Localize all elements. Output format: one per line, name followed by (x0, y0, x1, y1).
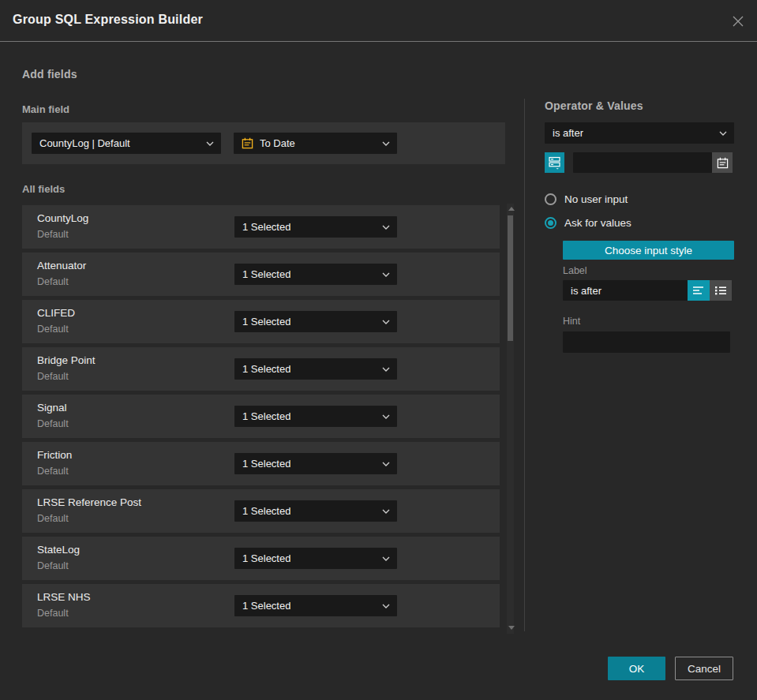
field-selection-value: 1 Selected (242, 552, 290, 564)
field-subtitle: Default (37, 513, 69, 524)
field-selection-select[interactable]: 1 Selected (234, 453, 397, 474)
scroll-up-icon[interactable] (508, 207, 515, 211)
list-icon (714, 285, 727, 296)
field-name: LRSE Reference Post (37, 496, 141, 508)
add-fields-heading: Add fields (22, 68, 77, 80)
operator-select[interactable]: is after (545, 122, 734, 144)
label-input[interactable]: is after (563, 280, 688, 301)
field-selection-select[interactable]: 1 Selected (234, 548, 397, 569)
chevron-down-icon (382, 414, 390, 419)
cancel-button[interactable]: Cancel (675, 657, 733, 680)
chevron-down-icon (382, 556, 390, 561)
field-subtitle: Default (37, 466, 69, 477)
radio-no-user-input[interactable]: No user input (545, 193, 628, 205)
field-subtitle: Default (37, 371, 69, 382)
main-field-select[interactable]: CountyLog | Default (32, 133, 221, 154)
field-selection-value: 1 Selected (242, 363, 290, 375)
main-field-select-value: CountyLog | Default (39, 137, 130, 149)
calendar-icon (242, 137, 253, 149)
field-name: CLIFED (37, 307, 75, 319)
scrollbar-thumb[interactable] (508, 215, 513, 341)
field-selection-select[interactable]: 1 Selected (234, 311, 397, 332)
field-subtitle: Default (37, 418, 69, 429)
field-row-signal: Signal Default 1 Selected (22, 395, 500, 438)
main-field-panel: CountyLog | Default To Date (22, 122, 505, 164)
close-button[interactable] (730, 13, 746, 29)
field-selection-select[interactable]: 1 Selected (234, 264, 397, 285)
field-subtitle: Default (37, 324, 69, 335)
field-stack-icon (548, 155, 561, 170)
field-name: Friction (37, 449, 72, 461)
scroll-down-icon[interactable] (508, 626, 515, 630)
all-fields-list: CountyLog Default 1 Selected Attenuator … (22, 205, 500, 631)
all-fields-label: All fields (22, 183, 65, 195)
date-value-input[interactable] (573, 152, 712, 173)
field-selection-value: 1 Selected (242, 268, 290, 280)
field-selection-select[interactable]: 1 Selected (234, 595, 397, 616)
calendar-icon (717, 157, 729, 169)
field-selection-select[interactable]: 1 Selected (234, 500, 397, 522)
chevron-down-icon (382, 462, 390, 466)
date-type-select-value: To Date (260, 137, 295, 149)
dialog-header: Group SQL Expression Builder (0, 0, 757, 42)
field-subtitle: Default (37, 560, 69, 571)
radio-ask-for-values-label: Ask for values (564, 217, 631, 229)
label-caption: Label (563, 265, 587, 276)
field-subtitle: Default (37, 229, 69, 240)
field-row-bridge-point: Bridge Point Default 1 Selected (22, 347, 500, 391)
operator-select-value: is after (553, 127, 583, 139)
value-source-button[interactable] (545, 152, 564, 173)
field-row-clifed: CLIFED Default 1 Selected (22, 300, 500, 343)
field-name: Bridge Point (37, 354, 96, 366)
radio-off-icon (545, 193, 557, 205)
chevron-down-icon (382, 141, 390, 146)
field-row-countylog: CountyLog Default 1 Selected (22, 205, 500, 249)
field-selection-value: 1 Selected (242, 458, 290, 470)
chevron-down-icon (206, 141, 214, 146)
radio-no-user-input-label: No user input (564, 193, 628, 205)
field-name: Signal (37, 402, 67, 414)
radio-on-icon (545, 217, 557, 229)
field-selection-select[interactable]: 1 Selected (234, 406, 397, 427)
date-type-select[interactable]: To Date (234, 133, 397, 154)
chevron-down-icon (382, 367, 390, 372)
panel-divider (524, 99, 525, 631)
radio-ask-for-values[interactable]: Ask for values (545, 217, 631, 229)
chevron-down-icon (382, 604, 390, 608)
align-left-icon (692, 285, 705, 296)
close-icon (732, 15, 744, 28)
dialog-title: Group SQL Expression Builder (13, 13, 203, 27)
hint-caption: Hint (563, 316, 580, 327)
chevron-down-icon (382, 320, 390, 324)
field-row-attenuator: Attenuator Default 1 Selected (22, 253, 500, 296)
field-row-lrse-nhs: LRSE NHS Default 1 Selected (22, 584, 500, 627)
field-selection-value: 1 Selected (242, 410, 290, 422)
field-name: StateLog (37, 544, 80, 556)
field-selection-select[interactable]: 1 Selected (234, 358, 397, 380)
operator-values-heading: Operator & Values (545, 99, 643, 112)
chevron-down-icon (719, 131, 727, 136)
field-subtitle: Default (37, 608, 69, 619)
chevron-down-icon (382, 272, 390, 277)
field-name: LRSE NHS (37, 591, 91, 603)
field-selection-value: 1 Selected (242, 221, 290, 233)
field-row-friction: Friction Default 1 Selected (22, 442, 500, 485)
field-row-lrse-reference-post: LRSE Reference Post Default 1 Selected (22, 489, 500, 533)
field-subtitle: Default (37, 276, 69, 287)
choose-input-style-button[interactable]: Choose input style (563, 241, 734, 260)
field-selection-value: 1 Selected (242, 316, 290, 328)
label-align-left-button[interactable] (688, 280, 710, 301)
field-selection-value: 1 Selected (242, 505, 290, 517)
chevron-down-icon (382, 509, 390, 514)
field-name: CountyLog (37, 212, 88, 224)
field-name: Attenuator (37, 260, 86, 271)
field-row-statelog: StateLog Default 1 Selected (22, 537, 500, 580)
main-field-label: Main field (22, 103, 69, 115)
date-picker-button[interactable] (712, 152, 733, 173)
hint-input[interactable] (563, 331, 730, 353)
ok-button[interactable]: OK (608, 657, 665, 680)
field-selection-value: 1 Selected (242, 600, 290, 612)
label-list-style-button[interactable] (710, 280, 732, 301)
field-selection-select[interactable]: 1 Selected (234, 216, 397, 238)
chevron-down-icon (382, 225, 390, 230)
